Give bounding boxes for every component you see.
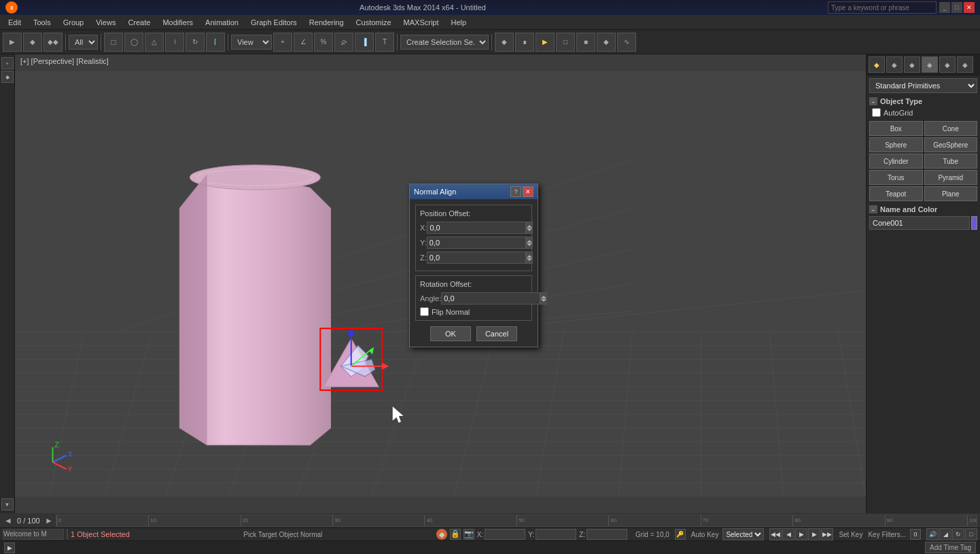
toolbar-select-rect-btn[interactable]: □ [104, 33, 123, 52]
rp-tab-utilities[interactable]: ◆ [957, 56, 973, 73]
next-frame-btn[interactable]: ▶ [808, 528, 820, 540]
cylinder-button[interactable]: Cylinder [869, 154, 923, 169]
toolbar-move-btn[interactable]: ⁝ [165, 33, 184, 52]
play-btn[interactable]: ▶ [795, 528, 807, 540]
toolbar-snap-btn[interactable]: + [273, 33, 292, 52]
timeline-next-btn[interactable]: ► [43, 516, 54, 525]
menu-graph-editors[interactable]: Graph Editors [245, 17, 302, 28]
nav-orbit-btn[interactable]: ↻ [952, 528, 964, 540]
object-type-collapse-btn[interactable]: - [869, 97, 877, 105]
timeline-track[interactable]: 0 10 20 30 40 50 60 70 80 90 100 [56, 515, 977, 527]
y-coord-input[interactable] [536, 529, 576, 540]
toolbar-mat-btn[interactable]: ◆ [597, 33, 616, 52]
menu-rendering[interactable]: Rendering [304, 17, 349, 28]
menu-tools[interactable]: Tools [28, 17, 56, 28]
z-input[interactable] [427, 252, 526, 264]
rp-tab-motion[interactable]: ◆ [922, 56, 938, 73]
cone-button[interactable]: Cone [924, 121, 978, 136]
menu-customize[interactable]: Customize [351, 17, 397, 28]
nav-pan-btn[interactable]: 🔊 [926, 528, 939, 540]
menu-create[interactable]: Create [122, 17, 156, 28]
autogrid-checkbox[interactable] [872, 108, 881, 117]
create-selection-dropdown[interactable]: Create Selection Se... [400, 35, 489, 50]
menu-edit[interactable]: Edit [3, 17, 27, 28]
menu-views[interactable]: Views [90, 17, 121, 28]
z-coord-input[interactable] [587, 529, 627, 540]
rp-tab-modify[interactable]: ◆ [886, 56, 903, 73]
toolbar-select2-btn[interactable]: ◆ [23, 33, 42, 52]
prev-frame-btn[interactable]: ◀ [782, 528, 794, 540]
nav-maximize-btn[interactable]: □ [965, 528, 977, 540]
toolbar-select-fence-btn[interactable]: △ [145, 33, 164, 52]
plane-button[interactable]: Plane [924, 186, 978, 201]
frame-number-input-area[interactable]: 0 [910, 529, 921, 540]
sidebar-modify-btn[interactable]: ◆ [1, 71, 14, 83]
search-input[interactable] [828, 1, 937, 14]
name-color-collapse-btn[interactable]: - [869, 205, 877, 213]
sidebar-scroll-down-btn[interactable]: ▼ [1, 498, 14, 510]
toolbar-quick-render-btn[interactable]: ■ [576, 33, 595, 52]
toolbar-select3-btn[interactable]: ◆◆ [43, 33, 63, 52]
close-button[interactable]: ✕ [964, 2, 975, 13]
standard-primitives-dropdown[interactable]: Standard Primitives [869, 78, 977, 93]
sidebar-create-btn[interactable]: + [1, 57, 14, 69]
go-start-btn[interactable]: ◀◀ [769, 528, 782, 540]
toolbar-render-btn[interactable]: ▶ [536, 33, 555, 52]
menu-group[interactable]: Group [58, 17, 90, 28]
rp-tab-hierarchy[interactable]: ◆ [904, 56, 920, 73]
toolbar-scale-btn[interactable]: ⌈ [206, 33, 225, 52]
toolbar-rotate-btn[interactable]: ↻ [186, 33, 205, 52]
lock-key-icon[interactable]: 🔑 [675, 529, 686, 540]
view-dropdown[interactable]: View [231, 35, 272, 50]
dialog-titlebar[interactable]: Normal Align ? ✕ [410, 184, 538, 199]
toolbar-select-circle-btn[interactable]: ◯ [124, 33, 143, 52]
box-button[interactable]: Box [869, 121, 923, 136]
dialog-close-button[interactable]: ✕ [523, 186, 533, 197]
rp-tab-display[interactable]: ◆ [939, 56, 956, 73]
sphere-button[interactable]: Sphere [869, 137, 923, 152]
teapot-button[interactable]: Teapot [869, 186, 923, 201]
geosphere-button[interactable]: GeoSphere [924, 137, 978, 152]
maximize-button[interactable]: □ [951, 2, 962, 13]
minimize-button[interactable]: _ [939, 2, 950, 13]
angle-spinner[interactable] [540, 292, 547, 305]
toolbar-angle-snap-btn[interactable]: ∠ [294, 33, 313, 52]
toolbar-mirror-btn[interactable]: ◆ [495, 33, 514, 52]
selected-dropdown[interactable]: Selected [722, 528, 764, 540]
menu-modifiers[interactable]: Modifiers [157, 17, 198, 28]
angle-input[interactable] [441, 292, 540, 305]
camera-icon[interactable]: 📷 [463, 529, 474, 540]
x-coord-input[interactable] [485, 529, 525, 540]
x-input[interactable] [427, 222, 526, 234]
y-spinner[interactable] [526, 237, 533, 249]
dialog-help-button[interactable]: ? [510, 186, 521, 197]
toolbar-render2-btn[interactable]: □ [556, 33, 575, 52]
torus-button[interactable]: Torus [869, 170, 923, 185]
rp-tab-create[interactable]: ◆ [869, 56, 885, 73]
toolbar-text-btn[interactable]: T [375, 33, 394, 52]
menu-maxscript[interactable]: MAXScript [398, 17, 444, 28]
lock-icon[interactable]: 🔒 [450, 529, 461, 540]
toolbar-curve-btn[interactable]: ∿ [617, 33, 636, 52]
pyramid-button[interactable]: Pyramid [924, 170, 978, 185]
go-end-btn[interactable]: ▶▶ [821, 528, 833, 540]
menu-help[interactable]: Help [446, 17, 472, 28]
toolbar-percent-snap-btn[interactable]: % [314, 33, 333, 52]
tube-button[interactable]: Tube [924, 154, 978, 169]
toolbar-array-btn[interactable]: ∎ [515, 33, 534, 52]
x-spinner[interactable] [526, 222, 533, 234]
menu-animation[interactable]: Animation [200, 17, 244, 28]
y-input[interactable] [427, 237, 526, 249]
viewport[interactable]: [+] [Perspective] [Realistic] [15, 54, 866, 513]
flip-normal-checkbox[interactable] [420, 307, 429, 316]
nav-zoom-btn[interactable]: ◢ [939, 528, 951, 540]
add-time-tag-button[interactable]: Add Time Tag [925, 542, 976, 553]
color-swatch-button[interactable] [971, 216, 977, 230]
object-name-input[interactable] [869, 216, 970, 230]
z-spinner[interactable] [526, 252, 533, 264]
cancel-button[interactable]: Cancel [476, 326, 517, 341]
toolbar-spinner-btn[interactable]: ⌮ [334, 33, 353, 52]
timeline-prev-btn[interactable]: ◄ [3, 516, 14, 525]
toolbar-select-btn[interactable]: ▶ [3, 33, 22, 52]
ok-button[interactable]: OK [430, 326, 471, 341]
